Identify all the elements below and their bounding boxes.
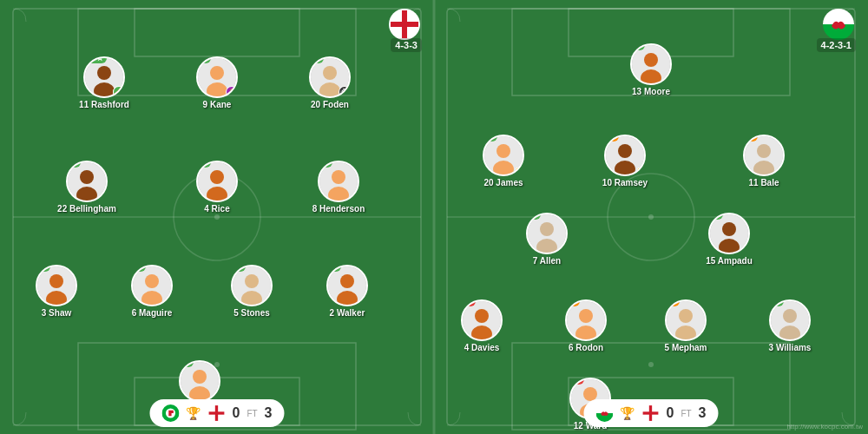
svg-point-6 bbox=[214, 214, 220, 220]
player-rodon: 5.4 6 Rodon bbox=[556, 299, 616, 352]
score-left-r: 0 bbox=[666, 405, 674, 421]
player-ramsey: 5.9 10 Ramsey bbox=[595, 135, 655, 187]
svg-point-37 bbox=[245, 274, 259, 288]
player-name-rodon: 6 Rodon bbox=[569, 343, 603, 352]
svg-point-56 bbox=[648, 214, 654, 220]
svg-point-78 bbox=[722, 222, 736, 236]
player-rating-walker: 7.0 bbox=[326, 265, 341, 272]
svg-point-19 bbox=[323, 66, 337, 80]
player-avatar-pickford: 7.4 bbox=[179, 360, 220, 402]
player-henderson: 7.3 8 Henderson bbox=[308, 161, 369, 214]
player-foden: 8.0 ⚽ 20 Foden bbox=[299, 56, 360, 109]
scoreboard-right: 🏆 0 FT 3 bbox=[583, 399, 718, 427]
left-formation: 4-3-3 bbox=[391, 38, 422, 52]
score-left: 0 bbox=[232, 405, 240, 421]
player-name-rice: 4 Rice bbox=[204, 204, 229, 214]
sub-icon: ↔ bbox=[113, 86, 125, 98]
player-walker: 7.0 2 Walker bbox=[317, 265, 378, 318]
watermark: http://www.kocpc.com.tw bbox=[786, 423, 863, 431]
player-rating-foden: 8.0 bbox=[309, 56, 324, 63]
player-avatar-bale: 5.9 bbox=[743, 135, 785, 176]
player-rating-bale: 5.9 bbox=[743, 135, 758, 141]
player-name-henderson: 8 Henderson bbox=[312, 204, 365, 214]
player-ampadu: 6.1 15 Ampadu bbox=[699, 213, 760, 266]
player-avatar-james: 6.0 bbox=[483, 135, 524, 176]
svg-point-58 bbox=[648, 362, 654, 367]
ball-icon: ⚽ bbox=[339, 86, 351, 98]
england-flag-score bbox=[207, 404, 225, 422]
player-rating-rodon: 5.4 bbox=[565, 299, 580, 306]
right-pitch: 4-2-3-1 6.2 13 Moore 6.0 20 James 5.9 bbox=[434, 0, 868, 434]
player-bale: 5.9 11 Bale bbox=[733, 135, 794, 187]
ft-label-r: FT bbox=[681, 409, 691, 418]
player-avatar-ampadu: 6.1 bbox=[708, 213, 750, 254]
player-avatar-rashford: 9.1 ★ C↔ bbox=[83, 56, 125, 98]
player-stones: 7.8 5 Stones bbox=[221, 265, 282, 318]
player-name-rashford: 11 Rashford bbox=[79, 100, 129, 109]
player-avatar-walker: 7.0 bbox=[326, 265, 368, 306]
key-icon: 🔑 bbox=[226, 86, 238, 98]
player-rating-ramsey: 5.9 bbox=[604, 135, 619, 141]
player-rice: 7.0 4 Rice bbox=[187, 161, 247, 214]
player-avatar-kane: 7.5 🔑 bbox=[196, 56, 238, 98]
player-rating-pickford: 7.4 bbox=[179, 360, 194, 367]
player-avatar-maguire: 7.1 bbox=[131, 265, 173, 306]
svg-point-43 bbox=[193, 370, 207, 384]
player-avatar-ramsey: 5.9 bbox=[604, 135, 646, 176]
player-name-williams: 3 Williams bbox=[769, 343, 812, 352]
player-avatar-davies: 4.9 bbox=[461, 299, 503, 341]
score-right-r: 3 bbox=[699, 405, 707, 421]
svg-point-28 bbox=[332, 170, 345, 184]
scoreboard-left: 🏆 0 FT 3 bbox=[149, 399, 284, 427]
player-rating-henderson: 7.3 bbox=[318, 161, 332, 168]
svg-point-25 bbox=[210, 170, 224, 184]
player-rating-james: 6.0 bbox=[483, 135, 497, 141]
player-shaw: 7.1 3 Shaw bbox=[26, 265, 87, 318]
player-avatar-foden: 8.0 ⚽ bbox=[309, 56, 351, 98]
player-avatar-allen: 6.0 bbox=[526, 213, 568, 254]
player-name-moore: 13 Moore bbox=[632, 87, 670, 96]
player-bellingham: 7.7 22 Bellingham bbox=[56, 161, 117, 214]
svg-point-75 bbox=[540, 222, 554, 236]
player-rating-rice: 7.0 bbox=[196, 161, 211, 168]
player-name-stones: 5 Stones bbox=[233, 308, 270, 318]
player-name-shaw: 3 Shaw bbox=[42, 308, 71, 318]
player-name-james: 20 James bbox=[483, 178, 523, 187]
svg-point-87 bbox=[679, 309, 693, 323]
svg-point-34 bbox=[145, 274, 159, 288]
player-avatar-bellingham: 7.7 bbox=[66, 161, 108, 202]
center-divider bbox=[433, 0, 436, 434]
player-name-bale: 11 Bale bbox=[748, 178, 779, 187]
player-avatar-rodon: 5.4 bbox=[565, 299, 607, 341]
player-avatar-henderson: 7.3 bbox=[318, 161, 359, 202]
svg-point-84 bbox=[579, 309, 593, 323]
svg-point-31 bbox=[49, 274, 63, 288]
svg-point-81 bbox=[475, 309, 489, 323]
player-name-ampadu: 15 Ampadu bbox=[706, 256, 753, 266]
england-flag-score-r bbox=[641, 404, 659, 422]
player-moore: 6.2 13 Moore bbox=[621, 43, 681, 96]
player-avatar-williams: 6.6 bbox=[769, 299, 811, 341]
player-avatar-rice: 7.0 bbox=[196, 161, 238, 202]
wales-flag-score bbox=[161, 404, 179, 422]
player-name-mepham: 5 Mepham bbox=[665, 343, 707, 352]
player-avatar-stones: 7.8 bbox=[231, 265, 273, 306]
player-name-bellingham: 22 Bellingham bbox=[57, 204, 116, 214]
svg-point-63 bbox=[644, 53, 658, 67]
player-name-maguire: 6 Maguire bbox=[132, 308, 173, 318]
player-rating-ampadu: 6.1 bbox=[708, 213, 723, 220]
svg-rect-60 bbox=[823, 9, 854, 24]
svg-point-69 bbox=[618, 144, 632, 158]
player-kane: 7.5 🔑 9 Kane bbox=[187, 56, 247, 109]
svg-rect-1 bbox=[135, 9, 299, 56]
player-williams: 6.6 3 Williams bbox=[760, 299, 820, 352]
yellow-card-icon bbox=[516, 168, 524, 176]
player-rating-allen: 6.0 bbox=[526, 213, 541, 220]
svg-point-13 bbox=[97, 66, 111, 80]
svg-point-90 bbox=[783, 309, 797, 323]
player-james: 6.0 20 James bbox=[473, 135, 534, 187]
player-allen: 6.0 7 Allen bbox=[516, 213, 577, 266]
player-avatar-moore: 6.2 bbox=[630, 43, 672, 85]
svg-point-40 bbox=[340, 274, 354, 288]
left-pitch: 4-3-3 9.1 ★ C↔ 11 Rashford 7.5 🔑 9 Kane … bbox=[0, 0, 434, 434]
